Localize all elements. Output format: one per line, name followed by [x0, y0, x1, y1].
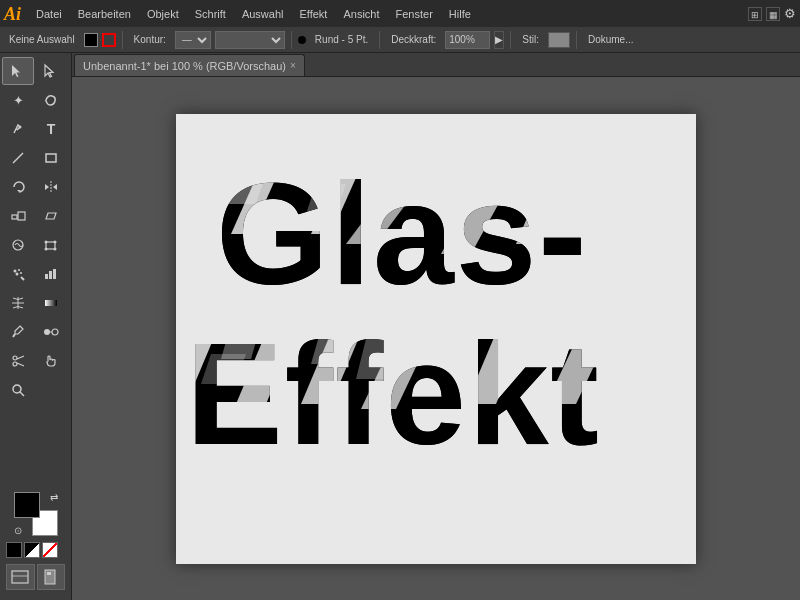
foreground-color-swatch[interactable] — [14, 492, 40, 518]
main-area: ✦ T — [0, 53, 800, 600]
tab-close-button[interactable]: × — [290, 60, 296, 71]
line-tool[interactable] — [2, 144, 34, 172]
svg-line-30 — [20, 392, 24, 396]
menu-bearbeiten[interactable]: Bearbeiten — [71, 6, 138, 22]
svg-rect-5 — [18, 212, 25, 220]
svg-point-14 — [16, 273, 19, 276]
svg-point-11 — [54, 248, 57, 251]
sep5 — [576, 31, 577, 49]
opacity-label: Deckkraft: — [386, 32, 441, 47]
stroke-profile-select[interactable] — [215, 31, 285, 49]
content-area: Unbenannt-1* bei 100 % (RGB/Vorschau) × … — [72, 53, 800, 600]
svg-line-22 — [13, 334, 15, 337]
selection-none-label: Keine Auswahl — [4, 32, 80, 47]
stil-label: Stil: — [517, 32, 544, 47]
shear-tool[interactable] — [35, 202, 67, 230]
app-logo: Ai — [4, 5, 21, 23]
color-area: ⇄ ⊙ — [2, 486, 69, 596]
menu-objekt[interactable]: Objekt — [140, 6, 186, 22]
mesh-tool[interactable] — [2, 289, 34, 317]
direct-selection-tool[interactable] — [35, 57, 67, 85]
svg-point-13 — [18, 269, 20, 271]
eyedropper-tool[interactable] — [2, 318, 34, 346]
opacity-expand[interactable]: ▶ — [494, 31, 504, 49]
tool-row-3: T — [2, 115, 69, 143]
rotate-tool[interactable] — [2, 173, 34, 201]
svg-line-27 — [17, 356, 24, 359]
reflect-tool[interactable] — [35, 173, 67, 201]
artboard-button[interactable] — [6, 564, 35, 590]
settings-icon[interactable]: ⚙ — [784, 6, 796, 21]
stroke-swatch[interactable] — [102, 33, 116, 47]
lasso-tool[interactable] — [35, 86, 67, 114]
svg-rect-4 — [12, 215, 17, 219]
magic-wand-tool[interactable]: ✦ — [2, 86, 34, 114]
tool-row-1 — [2, 57, 69, 85]
canvas-area[interactable]: Glas- Effekt Glas- — [72, 77, 800, 600]
menu-ansicht[interactable]: Ansicht — [336, 6, 386, 22]
none-mode-swatch[interactable] — [42, 542, 58, 558]
fg-bg-swatches: ⇄ ⊙ — [14, 492, 58, 536]
tool-row-5 — [2, 173, 69, 201]
artboard: Glas- Effekt Glas- — [176, 114, 696, 564]
svg-rect-31 — [12, 571, 28, 583]
svg-point-29 — [13, 385, 21, 393]
sep1 — [122, 31, 123, 49]
blend-tool[interactable] — [35, 318, 67, 346]
svg-rect-21 — [45, 300, 57, 306]
brush-dot — [298, 36, 306, 44]
kontur-label: Kontur: — [129, 32, 171, 47]
pen-tool[interactable] — [2, 115, 34, 143]
menu-hilfe[interactable]: Hilfe — [442, 6, 478, 22]
menu-schrift[interactable]: Schrift — [188, 6, 233, 22]
magic-wand-icon: ✦ — [13, 93, 24, 108]
sep2 — [291, 31, 292, 49]
mode-swatches — [4, 540, 67, 560]
svg-point-0 — [19, 126, 22, 129]
selection-tool[interactable] — [2, 57, 34, 85]
tool-row-11 — [2, 347, 69, 375]
chart-tool[interactable] — [35, 260, 67, 288]
menu-fenster[interactable]: Fenster — [389, 6, 440, 22]
rectangle-tool[interactable] — [35, 144, 67, 172]
sep4 — [510, 31, 511, 49]
canvas-button[interactable] — [37, 564, 66, 590]
tool-row-6 — [2, 202, 69, 230]
svg-point-25 — [13, 356, 17, 360]
warp-tool[interactable] — [2, 231, 34, 259]
svg-rect-2 — [46, 154, 56, 162]
fill-swatch[interactable] — [84, 33, 98, 47]
symbol-spray-tool[interactable] — [2, 260, 34, 288]
type-tool[interactable]: T — [35, 115, 67, 143]
opacity-input[interactable]: 100% — [445, 31, 490, 49]
free-transform-tool[interactable] — [35, 231, 67, 259]
menu-auswahl[interactable]: Auswahl — [235, 6, 291, 22]
svg-point-9 — [54, 241, 57, 244]
workspace-icon[interactable]: ▦ — [766, 7, 780, 21]
svg-point-8 — [45, 241, 48, 244]
screen-mode-icon[interactable]: ⊞ — [748, 7, 762, 21]
hand-tool[interactable] — [35, 347, 67, 375]
zoom-tool[interactable] — [2, 376, 34, 404]
svg-point-24 — [52, 329, 58, 335]
menu-datei[interactable]: Datei — [29, 6, 69, 22]
tool-row-4 — [2, 144, 69, 172]
tool-row-7 — [2, 231, 69, 259]
type-icon: T — [47, 121, 56, 137]
svg-point-6 — [13, 240, 23, 250]
svg-rect-16 — [45, 274, 48, 279]
gradient-mode-swatch[interactable] — [24, 542, 40, 558]
tool-row-10 — [2, 318, 69, 346]
kontur-select[interactable]: — — [175, 31, 211, 49]
gradient-tool[interactable] — [35, 289, 67, 317]
scissors-tool[interactable] — [2, 347, 34, 375]
color-mode-swatch[interactable] — [6, 542, 22, 558]
svg-line-1 — [13, 153, 23, 163]
document-tab[interactable]: Unbenannt-1* bei 100 % (RGB/Vorschau) × — [74, 54, 305, 76]
swap-colors-icon[interactable]: ⇄ — [50, 492, 58, 503]
stil-swatch[interactable] — [548, 32, 570, 48]
scale-tool[interactable] — [2, 202, 34, 230]
reset-colors-icon[interactable]: ⊙ — [14, 525, 22, 536]
menu-effekt[interactable]: Effekt — [292, 6, 334, 22]
svg-point-15 — [20, 272, 22, 274]
